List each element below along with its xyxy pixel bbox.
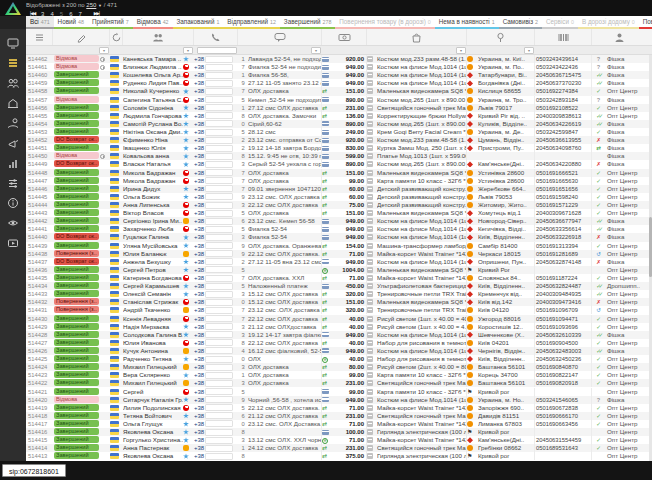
sidebar-item-payments[interactable] — [3, 113, 23, 132]
order-row[interactable]: 514449DO Возврат ок..Власюк Наталья+383С… — [26, 160, 652, 168]
column-product[interactable] — [367, 29, 467, 45]
tab-Відмова[interactable]: Відмова42 — [133, 16, 173, 29]
order-row[interactable]: 514427ЗавершенийЮлия Иванова+38822.12 см… — [26, 339, 652, 347]
tab-Відправлений[interactable]: Відправлений12 — [223, 16, 279, 29]
tab-В дорозі додому[interactable]: В дорозі додому0 — [578, 16, 639, 29]
order-row[interactable]: 514432Повернення (з..Станіслав Стрижак+3… — [26, 298, 652, 306]
order-row[interactable]: 514425ЗавершенийРадченко Тетяна+380ОЛХ₴4… — [26, 355, 652, 363]
comment-filter-dropdown[interactable]: ▾ — [311, 47, 321, 54]
client-name: Ковальова анна — [123, 152, 183, 160]
order-row[interactable]: 514431Повернення (з..Андрій Ткаченко+387… — [26, 306, 652, 314]
order-row[interactable]: 514438Повернення (з..Юлия Баланюк+38922.… — [26, 250, 652, 258]
tab-Всі[interactable]: Всі471 — [26, 16, 54, 29]
column-comment[interactable] — [238, 29, 322, 45]
page-size-link[interactable]: 250 — [86, 2, 96, 8]
table-header — [26, 29, 652, 46]
order-row[interactable]: 514448ЗавершенийМикола Бадражан+387ОЛХ д… — [26, 169, 652, 177]
sidebar-item-settings[interactable] — [3, 173, 23, 192]
order-row[interactable]: 514458ЗавершенийНиколай Кучеренко+387ОЛХ… — [26, 87, 652, 95]
column-ttn[interactable] — [535, 29, 592, 45]
address-filter-dropdown[interactable]: ▾ — [524, 47, 534, 54]
ukr-delivery-icon — [467, 56, 473, 62]
sidebar-item-dashboard[interactable] — [3, 33, 23, 52]
order-row[interactable]: 514461ВідмоваБлизнюк Людмила ..+387Фиалк… — [26, 63, 652, 71]
order-row[interactable]: 514424ЗавершенийМихаил Гилецький+383ОЛХ … — [26, 363, 652, 371]
tab-Повернення товару (в дорозі)[interactable]: Повернення товару (в дорозі)0 — [335, 16, 434, 29]
order-row[interactable]: 514453ЗавершенийНікітіна Оксана Дми..+38… — [26, 128, 652, 136]
order-row[interactable]: 514435ЗавершенийКатерина Богданова+387ОЛ… — [26, 274, 652, 282]
order-row[interactable]: 514455ЗавершенийЛюдмила Гончарова+388ОЛХ… — [26, 112, 652, 120]
order-row[interactable]: 514460ЗавершенийКошелева Ольга Ар..+381Ф… — [26, 71, 652, 79]
order-row[interactable]: 514436ЗавершенийСергей Петров+385₴1004.0… — [26, 266, 652, 274]
order-row[interactable]: 514452DO Возврат ок..Єфименко Ніна+38223… — [26, 136, 652, 144]
order-row[interactable]: 514428ЗавершенийСолодкова Галина В..+383… — [26, 331, 652, 339]
order-row[interactable]: 514434ЗавершенийСергей Карамышев+385Нало… — [26, 282, 652, 290]
order-row[interactable]: 514440DO Возврат ок..Гуцалюк Галина+383Ф… — [26, 233, 652, 241]
column-source[interactable] — [592, 29, 646, 45]
order-row[interactable]: 514439ЗавершенийУляна Мусійовська+389ОЛХ… — [26, 242, 652, 250]
order-row[interactable]: 514446ЗавершенийИрина Дидух+38709.01 зве… — [26, 185, 652, 193]
column-address[interactable] — [467, 29, 535, 45]
sidebar-item-reports[interactable] — [3, 153, 23, 172]
sidebar-item-company[interactable] — [3, 93, 23, 112]
tab-Повернені[interactable]: Повернені — [639, 16, 652, 29]
sidebar-item-info[interactable] — [3, 193, 23, 212]
status-cell: Завершений — [53, 193, 100, 201]
order-row[interactable]: 514454ЗавершенийСамотій Руслана Во..+380… — [26, 120, 652, 128]
client-filter-dropdown[interactable]: ▾ — [183, 47, 193, 54]
tab-Самовивіз[interactable]: Самовивіз2 — [499, 16, 542, 29]
status-filter-dropdown[interactable]: ▾ — [99, 47, 109, 54]
order-row[interactable]: 514422ЗавершенийМихаил Гилецький+383ОЛХ … — [26, 379, 652, 387]
reminder-cell — [100, 152, 110, 160]
order-row[interactable]: 514413ЗавершенийЯковлева Оксана+388375.0… — [26, 452, 652, 460]
order-row[interactable]: 514462ВідмоваКаневська Тамара ..+381Лава… — [26, 55, 652, 63]
sidebar-item-clients[interactable] — [3, 73, 23, 92]
column-client[interactable] — [123, 29, 194, 45]
sidebar-item-reviews[interactable] — [3, 213, 23, 232]
sidebar-item-marketing[interactable] — [3, 133, 23, 152]
tab-Завершений[interactable]: Завершений278 — [280, 16, 336, 29]
order-row[interactable]: 514418ЗавершенийТетяна Войтович+38621.12… — [26, 412, 652, 420]
ks-operator-icon — [183, 113, 189, 119]
order-row[interactable]: 514417ЗавершенийОльга Глущук+38023.12 см… — [26, 420, 652, 428]
tab-Запакований[interactable]: Запакований1 — [173, 16, 224, 29]
tab-Новий[interactable]: Новий48 — [54, 16, 88, 29]
phone-filter-input[interactable] — [197, 47, 237, 54]
order-row[interactable]: 514414ЗавершенийАнна Пастернак+38124.12 … — [26, 444, 652, 452]
order-row[interactable]: 514441ЗавершенийЗахарченко Люба+385Фиалк… — [26, 225, 652, 233]
order-row[interactable]: 514447ЗавершенийМикола Бадражан+387ОЛХ д… — [26, 177, 652, 185]
tab-Нема в наявності[interactable]: Нема в наявності1 — [435, 16, 499, 29]
order-row[interactable]: 514450ВідмоваКовальова анна+38815.12. 9:… — [26, 152, 652, 160]
order-row[interactable]: 514416ЗавершенийЯковлева Оксана+388100.0… — [26, 428, 652, 436]
order-row[interactable]: 514415ЗавершенийГоргулько Христина..+383… — [26, 436, 652, 444]
order-row[interactable]: 514437DO Возврат ок..Анжела Безушку+3822… — [26, 258, 652, 266]
column-phone[interactable] — [194, 29, 238, 45]
sidebar-item-tutorials[interactable] — [3, 233, 23, 252]
order-row[interactable]: 514442ЗавершенийСергіонко Ірина Ми..+386… — [26, 217, 652, 225]
column-call-status[interactable] — [110, 29, 123, 45]
column-id[interactable] — [26, 29, 53, 45]
sidebar-item-orders[interactable] — [3, 53, 23, 72]
order-row[interactable]: 514445ЗавершенийОльга Божик+38923.12 смс… — [26, 193, 652, 201]
order-row[interactable]: 514443ЗавершенийВіктор Власов+385ОЛХ дос… — [26, 209, 652, 217]
chevron-down-icon[interactable]: ▼ — [98, 3, 102, 8]
order-row[interactable]: 514421ЗавершенийСергей+38599.00Карта пам… — [26, 387, 652, 395]
order-row[interactable]: 514451ЗавершенийІващенко Юлія+38219.12 1… — [26, 144, 652, 152]
order-row[interactable]: 514429ЗавершенийНадія Мерзаєва+38321.12 … — [26, 323, 652, 331]
order-row[interactable]: 514444ЗавершенийАнна Липенська+38322.12 … — [26, 201, 652, 209]
product-filter-dropdown[interactable]: ▾ — [456, 47, 466, 54]
order-row[interactable]: 514456ЗавершенийСоломія Сідоніна+38127.1… — [26, 104, 652, 112]
column-status[interactable] — [53, 29, 110, 45]
order-row[interactable]: 514426ЗавершенийКучук Антонина+38416.12 … — [26, 347, 652, 355]
order-row[interactable]: 514433ЗавершенийОлексій Семанін+38315.12… — [26, 290, 652, 298]
tab-Сервіси[interactable]: Сервіси0 — [542, 16, 578, 29]
order-row[interactable]: 514459ЗавершенийРуденко Лидия Пав..+3892… — [26, 79, 652, 87]
order-row[interactable]: 514419ЗавершенийЛилия Подолинская+38522.… — [26, 404, 652, 412]
tab-Прийнятий[interactable]: Прийнятий7 — [88, 16, 133, 29]
order-row[interactable]: 514430ЗавершенийКсенія Левадняя+38722.12… — [26, 315, 652, 323]
column-price[interactable] — [322, 29, 367, 45]
order-row[interactable]: 514457ВідмоваСапегина Татьяна С..+385Кем… — [26, 96, 652, 104]
order-row[interactable]: 514420ВідмоваСитарчук Наталія Гр..+389Чо… — [26, 396, 652, 404]
order-row[interactable]: 514423ЗавершенийВера Скляренко+381ОЛХ до… — [26, 371, 652, 379]
order-total: 375.00 — [333, 452, 367, 460]
